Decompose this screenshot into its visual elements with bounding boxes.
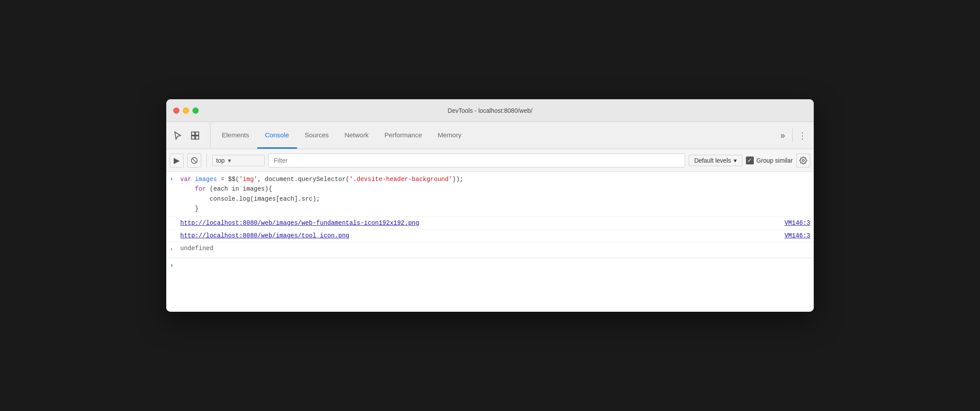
title-bar: DevTools - localhost:8080/web/ — [166, 99, 814, 122]
cursor-icon-btn[interactable] — [170, 128, 186, 143]
group-similar-checkbox[interactable]: ✓ Group similar — [746, 157, 793, 164]
filter-input[interactable] — [268, 153, 685, 167]
tab-memory[interactable]: Memory — [430, 122, 469, 149]
tab-icons — [170, 122, 210, 149]
indent2: console.log(images[each].src); — [180, 195, 320, 202]
tab-console[interactable]: Console — [257, 122, 297, 149]
maximize-button[interactable] — [192, 108, 199, 114]
svg-rect-0 — [192, 132, 195, 135]
indent — [180, 185, 195, 192]
console-input-entry: › var images = $$('img', document.queryS… — [166, 172, 814, 217]
settings-button[interactable] — [796, 153, 810, 167]
close-paren: )); — [452, 176, 463, 183]
devtools-window: DevTools - localhost:8080/web/ Elements — [166, 99, 814, 312]
console-sidebar-button[interactable]: ▶ — [170, 153, 184, 167]
url-result-2: http://localhost:8080/web/images/tool_ic… — [166, 230, 814, 242]
var-images: images — [195, 176, 217, 183]
default-levels-button[interactable]: Default levels ▾ — [689, 155, 742, 166]
traffic-lights — [173, 108, 199, 114]
menu-button[interactable]: ⋮ — [794, 128, 810, 143]
svg-rect-2 — [192, 136, 195, 139]
toolbar-divider-1 — [206, 153, 207, 167]
inspect-icon-btn[interactable] — [187, 128, 203, 143]
undefined-entry: ‹ undefined — [166, 242, 814, 258]
keyword-var: var — [180, 176, 195, 183]
svg-line-5 — [192, 158, 197, 163]
url-result-1: http://localhost:8080/web/images/web-fun… — [166, 217, 814, 230]
checkbox-icon: ✓ — [746, 157, 754, 164]
tabs-bar: Elements Console Sources Network Perform… — [166, 122, 814, 149]
console-code-block: var images = $$('img', document.querySel… — [180, 174, 810, 214]
vm-ref-1[interactable]: VM146:3 — [784, 219, 810, 226]
svg-rect-3 — [196, 136, 199, 139]
prompt-arrow: › — [170, 262, 174, 269]
clear-console-button[interactable] — [187, 153, 201, 167]
tabs-right: » ⋮ — [775, 122, 810, 149]
context-selector[interactable]: top ▾ — [212, 155, 265, 166]
svg-point-6 — [802, 159, 805, 161]
minimize-button[interactable] — [183, 108, 189, 114]
tab-elements[interactable]: Elements — [214, 122, 257, 149]
str-selector: '.devsite-header-background' — [350, 176, 452, 183]
tab-network[interactable]: Network — [337, 122, 377, 149]
input-arrow: › — [170, 175, 177, 182]
closing-brace: } — [180, 205, 199, 212]
comma: , document.querySelector( — [257, 176, 349, 183]
vm-ref-2[interactable]: VM146:3 — [784, 232, 810, 239]
str-img: 'img' — [239, 176, 257, 183]
return-arrow: ‹ — [170, 246, 177, 253]
svg-rect-1 — [196, 132, 199, 135]
divider — [792, 129, 793, 143]
keyword-for: for — [195, 185, 206, 192]
tab-performance[interactable]: Performance — [377, 122, 430, 149]
tab-sources[interactable]: Sources — [297, 122, 337, 149]
equals: = $$( — [217, 176, 239, 183]
undefined-text: undefined — [180, 245, 214, 252]
console-toolbar: ▶ top ▾ Default levels ▾ ✓ Group similar — [166, 149, 814, 172]
close-button[interactable] — [173, 108, 179, 114]
more-tabs-button[interactable]: » — [775, 128, 791, 143]
window-title: DevTools - localhost:8080/web/ — [448, 107, 532, 114]
console-content: › var images = $$('img', document.queryS… — [166, 172, 814, 312]
url-link-1[interactable]: http://localhost:8080/web/images/web-fun… — [180, 219, 419, 226]
url-link-2[interactable]: http://localhost:8080/web/images/tool_ic… — [180, 232, 349, 239]
console-prompt-row[interactable]: › — [166, 258, 814, 273]
for-expr: (each in images){ — [206, 185, 272, 192]
